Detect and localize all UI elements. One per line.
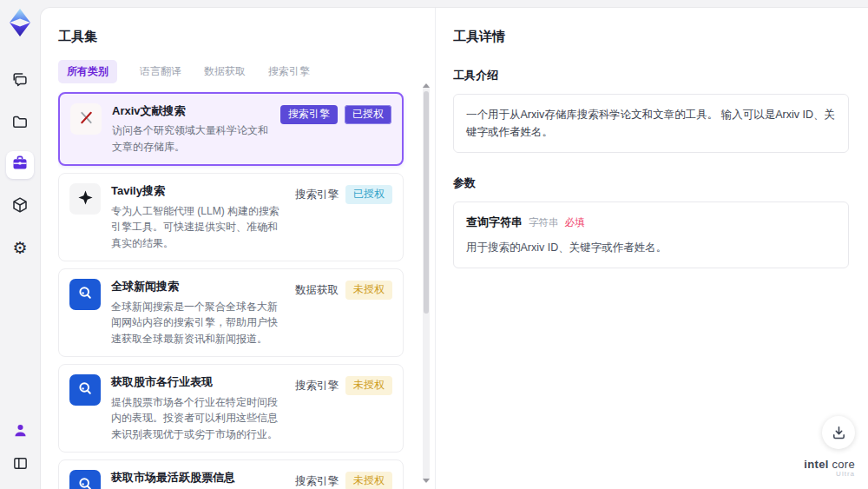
rail-item-cube[interactable]: [6, 193, 34, 221]
tool-icon: [69, 374, 101, 406]
user-avatar-icon: [12, 422, 29, 442]
auth-status-badge: 已授权: [345, 185, 392, 204]
intro-heading: 工具介绍: [453, 68, 849, 83]
news-search-icon: [76, 475, 94, 489]
panel-toggle-icon: [12, 455, 29, 475]
scroll-down-icon[interactable]: [423, 479, 430, 483]
cube-icon: [11, 196, 29, 217]
tool-description: 全球新闻搜索是一个聚合全球各大新闻网站内容的搜索引擎，帮助用户快速获取全球最新资…: [111, 299, 286, 347]
tool-body: Arxiv文献搜索访问各个研究领域大量科学论文和文章的存储库。: [112, 103, 272, 155]
scroll-up-icon[interactable]: [423, 83, 430, 88]
download-icon: [831, 425, 847, 441]
tool-details-column: 工具详情 工具介绍 一个用于从Arxiv存储库搜索科学论文和文章的工具。 输入可…: [435, 8, 868, 489]
rail-item-gear[interactable]: ⚙: [6, 235, 34, 262]
intro-box: 一个用于从Arxiv存储库搜索科学论文和文章的工具。 输入可以是Arxiv ID…: [453, 94, 849, 153]
param-required-flag: 必填: [565, 215, 585, 230]
tool-card[interactable]: 获取股市各行业表现提供股票市场各个行业在特定时间段内的表现。投资者可以利用这些信…: [58, 364, 404, 453]
category-label: 搜索引擎: [295, 376, 339, 396]
tool-badges: 搜索引擎已授权: [295, 183, 392, 205]
param-head: 查询字符串 字符串 必填: [466, 214, 836, 232]
tool-body: 获取股市各行业表现提供股票市场各个行业在特定时间段内的表现。投资者可以利用这些信…: [111, 374, 286, 442]
tool-card-list: Arxiv文献搜索访问各个研究领域大量科学论文和文章的存储库。搜索引擎已授权Ta…: [58, 92, 414, 489]
tool-icon: [69, 470, 101, 489]
download-button[interactable]: [822, 416, 855, 449]
auth-status-badge: 未授权: [345, 472, 392, 489]
auth-status-badge: 未授权: [345, 376, 392, 395]
rail-item-toolbox[interactable]: [6, 151, 34, 179]
category-tab[interactable]: 数据获取: [204, 64, 246, 79]
tool-description: 访问各个研究领域大量科学论文和文章的存储库。: [112, 122, 272, 155]
tool-icon: [69, 279, 101, 310]
tool-card[interactable]: 获取市场最活跃股票信息提供当天交易量最高的股票列表，投资者可以利用这些信息来识别…: [58, 459, 404, 489]
category-tab[interactable]: 所有类别: [58, 60, 117, 83]
category-label: 搜索引擎: [295, 472, 339, 489]
rail-bottom: [6, 418, 34, 479]
tool-icon: [70, 103, 102, 135]
tavily-logo-icon: [77, 189, 94, 209]
rail-item-user-avatar[interactable]: [6, 418, 34, 446]
tool-description: 提供股票市场各个行业在特定时间段内的表现。投资者可以利用这些信息来识别表现优于或…: [111, 394, 286, 443]
toolbox-icon: [11, 155, 29, 175]
param-name: 查询字符串: [466, 214, 523, 232]
chat-icon: [11, 71, 29, 92]
brand-core: core: [832, 458, 856, 471]
tool-icon: [69, 183, 101, 215]
category-label: 搜索引擎: [295, 185, 339, 205]
tool-card[interactable]: 全球新闻搜索全球新闻搜索是一个聚合全球各大新闻网站内容的搜索引擎，帮助用户快速获…: [58, 268, 404, 357]
category-tab[interactable]: 搜索引擎: [268, 64, 310, 79]
param-type: 字符串: [529, 215, 559, 230]
auth-status-badge: 未授权: [345, 281, 392, 300]
params-heading: 参数: [453, 175, 849, 191]
tool-badges: 搜索引擎已授权: [280, 103, 391, 124]
tool-badges: 搜索引擎未授权: [295, 470, 392, 489]
tool-badges: 搜索引擎未授权: [295, 374, 392, 396]
tool-name: 获取市场最活跃股票信息: [111, 470, 286, 486]
category-badge: 搜索引擎: [280, 105, 338, 124]
list-scrollbar[interactable]: [423, 84, 430, 482]
page-title: 工具集: [58, 29, 414, 45]
auth-status-badge: 已授权: [345, 105, 391, 124]
app-logo[interactable]: [6, 7, 34, 38]
tool-body: 获取市场最活跃股票信息提供当天交易量最高的股票列表，投资者可以利用这些信息来识别…: [111, 470, 286, 489]
intel-core-logo: intel core Ultra: [804, 459, 855, 479]
tool-name: 全球新闻搜索: [111, 279, 286, 294]
tool-name: 获取股市各行业表现: [111, 374, 286, 390]
rail-item-chat[interactable]: [6, 68, 34, 96]
tool-card[interactable]: Tavily搜索专为人工智能代理 (LLM) 构建的搜索引擎工具。可快速提供实时…: [58, 173, 404, 261]
rail-item-panel-toggle[interactable]: [6, 451, 34, 479]
brand-ultra: Ultra: [804, 471, 855, 479]
category-tab[interactable]: 语言翻译: [140, 64, 181, 79]
folder-icon: [11, 113, 29, 134]
arxiv-logo-icon: [78, 109, 95, 129]
news-search-icon: [76, 380, 94, 400]
param-box: 查询字符串 字符串 必填 用于搜索的Arxiv ID、关键字或作者姓名。: [453, 202, 849, 268]
brand-intel: intel: [804, 458, 828, 471]
param-description: 用于搜索的Arxiv ID、关键字或作者姓名。: [466, 239, 836, 256]
tool-description: 专为人工智能代理 (LLM) 构建的搜索引擎工具。可快速提供实时、准确和真实的结…: [111, 203, 286, 252]
tool-body: Tavily搜索专为人工智能代理 (LLM) 构建的搜索引擎工具。可快速提供实时…: [111, 183, 286, 251]
category-label: 数据获取: [295, 281, 339, 301]
tool-body: 全球新闻搜索全球新闻搜索是一个聚合全球各大新闻网站内容的搜索引擎，帮助用户快速获…: [111, 279, 286, 347]
logo-diamond-icon: [7, 8, 33, 37]
toolset-column: 工具集 所有类别语言翻译数据获取搜索引擎 Arxiv文献搜索访问各个研究领域大量…: [41, 8, 435, 489]
details-title: 工具详情: [453, 29, 849, 45]
tool-card[interactable]: Arxiv文献搜索访问各个研究领域大量科学论文和文章的存储库。搜索引擎已授权: [58, 92, 404, 166]
category-tabs: 所有类别语言翻译数据获取搜索引擎: [58, 61, 414, 82]
gear-icon: ⚙: [12, 240, 27, 257]
news-search-icon: [76, 284, 94, 305]
main-panel: 工具集 所有类别语言翻译数据获取搜索引擎 Arxiv文献搜索访问各个研究领域大量…: [40, 7, 868, 489]
tool-name: Arxiv文献搜索: [112, 103, 272, 119]
tool-name: Tavily搜索: [111, 183, 286, 199]
rail-item-folder[interactable]: [6, 109, 34, 137]
scrollbar-thumb[interactable]: [424, 91, 429, 314]
rail-nav: ⚙: [6, 68, 34, 262]
tool-badges: 数据获取未授权: [295, 279, 392, 301]
sidebar-rail: ⚙: [0, 0, 40, 489]
